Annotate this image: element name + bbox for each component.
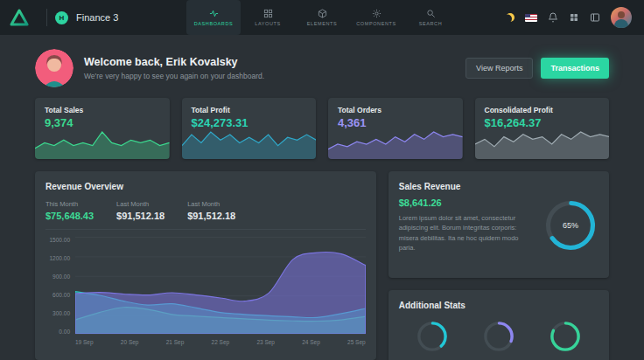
brand-name: Finance 3	[76, 12, 118, 23]
mini-donuts-row: 264 1,203 3,078	[399, 320, 598, 360]
nav-item-dashboards[interactable]: DASHBOARDS	[186, 0, 241, 35]
axis-tick: 22 Sep	[212, 339, 230, 345]
sales-revenue-card: Sales Revenue $8,641.26 Lorem ipsum dolo…	[388, 171, 609, 278]
axis-tick: 20 Sep	[121, 339, 139, 345]
search-icon	[426, 9, 436, 18]
consolidated-sparkline-chart	[475, 128, 610, 159]
nav-label: DASHBOARDS	[194, 21, 234, 26]
navbar-actions	[506, 7, 632, 28]
nav-item-search[interactable]: SEARCH	[403, 0, 458, 35]
card-title: Additional Stats	[399, 301, 598, 310]
right-column: Sales Revenue $8,641.26 Lorem ipsum dolo…	[388, 171, 609, 360]
revenue-chart-svg	[75, 237, 366, 334]
revenue-area-chart[interactable]	[75, 237, 366, 335]
sidebar-toggle-icon[interactable]	[590, 12, 600, 23]
welcome-header: Welcome back, Erik Kovalsky We're very h…	[0, 35, 644, 98]
mini-stat-3: 3,078	[549, 320, 582, 360]
stat-value: $91,512.18	[187, 211, 235, 221]
axis-tick: 23 Sep	[256, 339, 275, 345]
divider	[46, 229, 366, 230]
box-icon	[318, 9, 327, 18]
top-navbar: H Finance 3 DASHBOARDS LAYOUTS ELEMENTS …	[0, 0, 644, 35]
nav-label: LAYOUTS	[255, 21, 280, 26]
divider	[46, 9, 47, 26]
welcome-actions: View Reports Transactions	[466, 58, 609, 79]
revenue-overview-card: Revenue Overview This Month $75,648.43 L…	[35, 171, 376, 360]
card-title: Sales Revenue	[399, 182, 598, 191]
notifications-bell-icon[interactable]	[548, 12, 558, 23]
stat-value: $75,648.43	[46, 211, 94, 221]
nav-label: SEARCH	[419, 21, 443, 26]
stat-cards-row: Total Sales 9,374 Total Profit $24,273.3…	[0, 98, 644, 159]
gear-icon	[372, 9, 382, 18]
stat-label: Last Month	[116, 200, 164, 208]
axis-tick: 21 Sep	[166, 339, 185, 345]
stat-card-total-orders[interactable]: Total Orders 4,361	[328, 98, 463, 159]
nav-item-components[interactable]: COMPONENTS	[349, 0, 403, 35]
page-subtitle: We're very happy to see you again on you…	[84, 72, 264, 80]
activity-icon	[209, 9, 219, 18]
axis-tick: 24 Sep	[302, 339, 320, 345]
revenue-stats: This Month $75,648.43 Last Month $91,512…	[46, 200, 366, 221]
language-flag-us-icon[interactable]	[525, 14, 537, 22]
revenue-stat-last-month-2: Last Month $91,512.18	[187, 200, 235, 221]
axis-tick: 900.00	[46, 273, 70, 280]
axis-tick: 19 Sep	[75, 339, 94, 345]
nav-label: ELEMENTS	[307, 21, 337, 26]
stat-card-total-profit[interactable]: Total Profit $24,273.31	[182, 98, 317, 159]
nav-label: COMPONENTS	[356, 21, 396, 26]
orders-sparkline-chart	[328, 128, 463, 159]
sales-sparkline-chart	[35, 128, 170, 159]
stat-label: This Month	[46, 200, 94, 208]
logo-triangle-icon	[10, 9, 29, 26]
main-content: Revenue Overview This Month $75,648.43 L…	[0, 159, 644, 360]
stat-label: Total Profit	[192, 106, 230, 114]
view-reports-button[interactable]: View Reports	[466, 58, 533, 79]
mini-stat-2: 1,203	[482, 320, 515, 360]
nav-item-layouts[interactable]: LAYOUTS	[241, 0, 295, 35]
y-axis: 1500.001200.00900.00600.00300.000.00	[46, 237, 75, 335]
sales-text: $8,641.26 Lorem ipsum dolor sit amet, co…	[399, 197, 527, 253]
axis-tick: 1500.00	[46, 237, 70, 243]
axis-tick: 600.00	[46, 292, 70, 298]
main-menu: DASHBOARDS LAYOUTS ELEMENTS COMPONENTS S…	[186, 0, 458, 35]
stat-label: Consolidated Profit	[485, 106, 553, 114]
stat-card-consolidated-profit[interactable]: Consolidated Profit $16,264.37	[475, 98, 610, 159]
x-axis: 19 Sep20 Sep21 Sep22 Sep23 Sep24 Sep25 S…	[75, 339, 366, 345]
sales-body: $8,641.26 Lorem ipsum dolor sit amet, co…	[399, 197, 598, 253]
sales-amount: $8,641.26	[399, 197, 527, 208]
grid-layout-icon	[263, 9, 273, 18]
nav-item-elements[interactable]: ELEMENTS	[295, 0, 349, 35]
stat-value: $91,512.18	[116, 211, 164, 221]
avatar-illustration	[35, 49, 74, 87]
stat-label: Last Month	[187, 200, 235, 208]
additional-stats-card: Additional Stats 264 1,203	[388, 290, 609, 360]
dark-mode-moon-icon[interactable]	[506, 13, 514, 22]
mini-stat-1: 264	[416, 320, 449, 360]
stat-label: Total Sales	[45, 106, 83, 114]
app-logo[interactable]	[0, 0, 38, 35]
welcome-text: Welcome back, Erik Kovalsky We're very h…	[84, 56, 264, 80]
donut-chart	[549, 320, 582, 353]
card-title: Revenue Overview	[46, 182, 366, 191]
stat-card-total-sales[interactable]: Total Sales 9,374	[35, 98, 170, 159]
stat-label: Total Orders	[338, 106, 382, 114]
transactions-button[interactable]: Transactions	[541, 58, 609, 79]
axis-tick: 1200.00	[46, 255, 70, 261]
revenue-chart-area: 1500.001200.00900.00600.00300.000.00	[46, 237, 366, 335]
welcome-avatar	[35, 49, 74, 87]
sales-gauge: 65%	[542, 197, 598, 253]
revenue-stat-this-month: This Month $75,648.43	[46, 200, 94, 221]
axis-tick: 300.00	[46, 310, 70, 316]
axis-tick: 25 Sep	[347, 339, 366, 345]
user-avatar[interactable]	[611, 7, 632, 28]
gauge-percent-label: 65%	[542, 197, 598, 253]
axis-tick: 0.00	[46, 329, 70, 335]
donut-chart	[416, 320, 449, 353]
apps-grid-icon[interactable]	[569, 12, 579, 23]
brand-area: H Finance 3	[0, 0, 118, 35]
sales-description: Lorem ipsum dolor sit amet, consectetur …	[399, 213, 527, 253]
revenue-stat-last-month: Last Month $91,512.18	[116, 200, 164, 221]
brand-badge-icon: H	[55, 11, 68, 24]
profit-sparkline-chart	[182, 128, 317, 159]
